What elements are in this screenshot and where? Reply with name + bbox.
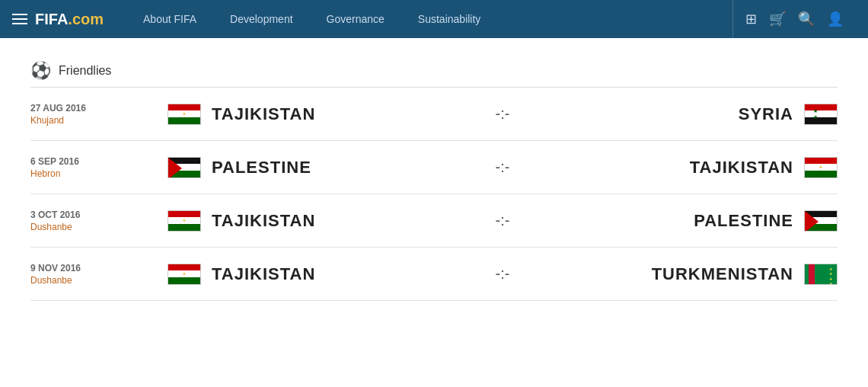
grid-icon[interactable]: ⊞ <box>745 11 757 27</box>
home-team-name: PALESTINE <box>212 158 311 178</box>
away-team-name: TAJIKISTAN <box>690 158 793 178</box>
user-icon[interactable]: 👤 <box>827 11 844 27</box>
match-date-text: 9 NOV 2016 <box>30 263 122 273</box>
match-date: 27 AUG 2016 Khujand <box>30 103 122 126</box>
match-home-team: ✦ TAJIKISTAN <box>122 210 472 232</box>
home-team-name: TAJIKISTAN <box>212 104 315 124</box>
nav-governance[interactable]: Governance <box>310 0 401 38</box>
friendlies-header: ⚽ Friendlies <box>30 53 838 88</box>
away-team-name: PALESTINE <box>694 211 793 231</box>
nav-development[interactable]: Development <box>213 0 310 38</box>
nav-icons: ⊞ 🛒 🔍 👤 <box>733 11 856 27</box>
match-home-team: ✦ TAJIKISTAN <box>122 264 472 285</box>
match-date: 3 OCT 2016 Dushanbe <box>30 209 122 232</box>
main-content: ⚽ Friendlies 27 AUG 2016 Khujand ✦ TAJIK… <box>0 38 868 316</box>
section-title: Friendlies <box>59 64 111 78</box>
match-away-team: TURKMENISTAN ★★★★★ <box>533 264 838 285</box>
match-date: 9 NOV 2016 Dushanbe <box>30 263 122 286</box>
match-away-team: TAJIKISTAN ✦ <box>533 157 838 178</box>
away-team-name: SYRIA <box>739 104 793 124</box>
match-away-team: PALESTINE <box>533 210 838 232</box>
home-team-name: TAJIKISTAN <box>212 211 315 231</box>
match-row: 3 OCT 2016 Dushanbe ✦ TAJIKISTAN -:- PAL… <box>30 194 838 248</box>
match-score: -:- <box>472 158 533 176</box>
match-home-team: PALESTINE <box>122 157 472 178</box>
match-away-team: SYRIA ★ ★ <box>533 104 838 125</box>
match-score: -:- <box>472 265 533 283</box>
match-row: 6 SEP 2016 Hebron PALESTINE -:- TAJIKIST… <box>30 141 838 194</box>
logo-text: FIFA <box>35 11 68 27</box>
navbar: FIFA.com About FIFA Development Governan… <box>0 0 868 38</box>
hamburger-menu[interactable] <box>12 14 27 24</box>
nav-links: About FIFA Development Governance Sustai… <box>126 0 732 38</box>
soccer-ball-icon: ⚽ <box>30 61 51 81</box>
cart-icon[interactable]: 🛒 <box>769 11 786 27</box>
match-date-text: 3 OCT 2016 <box>30 209 122 220</box>
match-score: -:- <box>472 212 533 229</box>
site-logo[interactable]: FIFA.com <box>35 11 104 28</box>
match-city: Dushanbe <box>30 275 122 286</box>
away-team-name: TURKMENISTAN <box>652 264 793 284</box>
match-row: 27 AUG 2016 Khujand ✦ TAJIKISTAN -:- SYR… <box>30 88 838 141</box>
nav-sustainability[interactable]: Sustainability <box>401 0 498 38</box>
logo-dot: .com <box>68 11 104 27</box>
search-icon[interactable]: 🔍 <box>798 11 815 27</box>
match-date-text: 27 AUG 2016 <box>30 103 122 114</box>
match-date-text: 6 SEP 2016 <box>30 156 122 167</box>
nav-about-fifa[interactable]: About FIFA <box>126 0 213 38</box>
match-row: 9 NOV 2016 Dushanbe ✦ TAJIKISTAN -:- TUR… <box>30 248 838 301</box>
matches-list: 27 AUG 2016 Khujand ✦ TAJIKISTAN -:- SYR… <box>30 88 838 301</box>
match-city: Khujand <box>30 115 122 126</box>
match-date: 6 SEP 2016 Hebron <box>30 156 122 179</box>
match-city: Hebron <box>30 168 122 179</box>
match-score: -:- <box>472 105 533 123</box>
match-city: Dushanbe <box>30 222 122 232</box>
match-home-team: ✦ TAJIKISTAN <box>122 104 472 125</box>
home-team-name: TAJIKISTAN <box>212 264 315 284</box>
